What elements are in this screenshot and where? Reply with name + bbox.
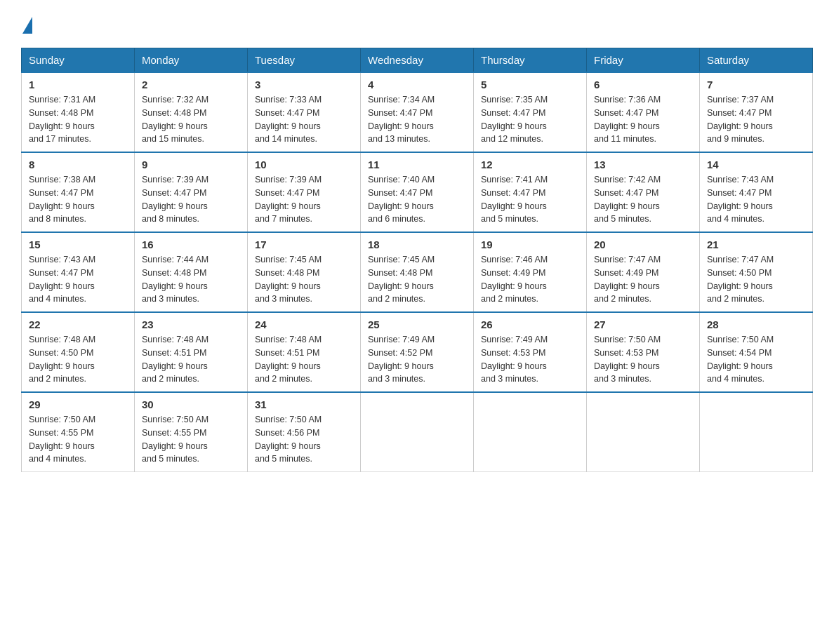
day-info: Sunrise: 7:48 AM Sunset: 4:51 PM Dayligh… [255,333,353,386]
calendar-day-cell [361,392,474,472]
calendar-week-row: 22 Sunrise: 7:48 AM Sunset: 4:50 PM Dayl… [22,312,813,392]
day-number: 19 [481,239,579,250]
calendar-day-cell: 25 Sunrise: 7:49 AM Sunset: 4:52 PM Dayl… [361,312,474,392]
day-of-week-header: Saturday [700,48,813,73]
day-number: 17 [255,239,353,250]
calendar-day-cell: 3 Sunrise: 7:33 AM Sunset: 4:47 PM Dayli… [248,72,361,152]
day-info: Sunrise: 7:38 AM Sunset: 4:47 PM Dayligh… [29,173,127,226]
day-number: 6 [594,79,692,90]
day-number: 2 [142,79,240,90]
day-info: Sunrise: 7:41 AM Sunset: 4:47 PM Dayligh… [481,173,579,226]
day-of-week-header: Wednesday [361,48,474,73]
day-info: Sunrise: 7:35 AM Sunset: 4:47 PM Dayligh… [481,93,579,146]
day-number: 29 [29,398,127,410]
day-of-week-header: Monday [135,48,248,73]
day-info: Sunrise: 7:42 AM Sunset: 4:47 PM Dayligh… [594,173,692,226]
calendar-day-cell [700,392,813,472]
calendar-day-cell: 6 Sunrise: 7:36 AM Sunset: 4:47 PM Dayli… [587,72,700,152]
page-header [21,14,813,34]
logo [21,14,32,34]
calendar-day-cell: 11 Sunrise: 7:40 AM Sunset: 4:47 PM Dayl… [361,152,474,232]
calendar-day-cell: 15 Sunrise: 7:43 AM Sunset: 4:47 PM Dayl… [22,232,135,312]
calendar-day-cell: 30 Sunrise: 7:50 AM Sunset: 4:55 PM Dayl… [135,392,248,472]
day-info: Sunrise: 7:45 AM Sunset: 4:48 PM Dayligh… [255,253,353,306]
day-number: 22 [29,318,127,330]
calendar-day-cell: 8 Sunrise: 7:38 AM Sunset: 4:47 PM Dayli… [22,152,135,232]
day-number: 11 [368,159,466,170]
calendar-day-cell: 26 Sunrise: 7:49 AM Sunset: 4:53 PM Dayl… [474,312,587,392]
calendar-week-row: 29 Sunrise: 7:50 AM Sunset: 4:55 PM Dayl… [22,392,813,472]
day-number: 26 [481,318,579,330]
day-info: Sunrise: 7:47 AM Sunset: 4:49 PM Dayligh… [594,253,692,306]
calendar-day-cell: 16 Sunrise: 7:44 AM Sunset: 4:48 PM Dayl… [135,232,248,312]
day-info: Sunrise: 7:31 AM Sunset: 4:48 PM Dayligh… [29,93,127,146]
day-number: 15 [29,239,127,250]
calendar-day-cell: 28 Sunrise: 7:50 AM Sunset: 4:54 PM Dayl… [700,312,813,392]
day-info: Sunrise: 7:49 AM Sunset: 4:53 PM Dayligh… [481,333,579,386]
day-number: 25 [368,318,466,330]
day-number: 21 [707,239,805,250]
day-info: Sunrise: 7:50 AM Sunset: 4:55 PM Dayligh… [142,413,240,466]
day-number: 12 [481,159,579,170]
day-number: 3 [255,79,353,90]
calendar-week-row: 1 Sunrise: 7:31 AM Sunset: 4:48 PM Dayli… [22,72,813,152]
day-info: Sunrise: 7:39 AM Sunset: 4:47 PM Dayligh… [255,173,353,226]
calendar-day-cell: 24 Sunrise: 7:48 AM Sunset: 4:51 PM Dayl… [248,312,361,392]
calendar-day-cell: 31 Sunrise: 7:50 AM Sunset: 4:56 PM Dayl… [248,392,361,472]
day-info: Sunrise: 7:39 AM Sunset: 4:47 PM Dayligh… [142,173,240,226]
day-info: Sunrise: 7:50 AM Sunset: 4:56 PM Dayligh… [255,413,353,466]
day-number: 16 [142,239,240,250]
day-info: Sunrise: 7:40 AM Sunset: 4:47 PM Dayligh… [368,173,466,226]
day-number: 8 [29,159,127,170]
day-info: Sunrise: 7:43 AM Sunset: 4:47 PM Dayligh… [707,173,805,226]
day-of-week-header: Sunday [22,48,135,73]
calendar-header-row: SundayMondayTuesdayWednesdayThursdayFrid… [22,48,813,73]
day-number: 10 [255,159,353,170]
day-number: 1 [29,79,127,90]
day-number: 5 [481,79,579,90]
calendar-day-cell: 29 Sunrise: 7:50 AM Sunset: 4:55 PM Dayl… [22,392,135,472]
day-info: Sunrise: 7:48 AM Sunset: 4:51 PM Dayligh… [142,333,240,386]
day-of-week-header: Tuesday [248,48,361,73]
day-number: 28 [707,318,805,330]
calendar-day-cell: 4 Sunrise: 7:34 AM Sunset: 4:47 PM Dayli… [361,72,474,152]
day-number: 31 [255,398,353,410]
calendar-day-cell: 18 Sunrise: 7:45 AM Sunset: 4:48 PM Dayl… [361,232,474,312]
calendar-day-cell: 10 Sunrise: 7:39 AM Sunset: 4:47 PM Dayl… [248,152,361,232]
day-number: 30 [142,398,240,410]
calendar-day-cell: 5 Sunrise: 7:35 AM Sunset: 4:47 PM Dayli… [474,72,587,152]
day-number: 24 [255,318,353,330]
day-info: Sunrise: 7:44 AM Sunset: 4:48 PM Dayligh… [142,253,240,306]
day-number: 23 [142,318,240,330]
day-info: Sunrise: 7:50 AM Sunset: 4:53 PM Dayligh… [594,333,692,386]
day-info: Sunrise: 7:50 AM Sunset: 4:55 PM Dayligh… [29,413,127,466]
day-info: Sunrise: 7:37 AM Sunset: 4:47 PM Dayligh… [707,93,805,146]
day-of-week-header: Thursday [474,48,587,73]
day-info: Sunrise: 7:33 AM Sunset: 4:47 PM Dayligh… [255,93,353,146]
calendar-day-cell: 21 Sunrise: 7:47 AM Sunset: 4:50 PM Dayl… [700,232,813,312]
calendar-day-cell: 23 Sunrise: 7:48 AM Sunset: 4:51 PM Dayl… [135,312,248,392]
calendar-day-cell: 7 Sunrise: 7:37 AM Sunset: 4:47 PM Dayli… [700,72,813,152]
calendar-day-cell: 13 Sunrise: 7:42 AM Sunset: 4:47 PM Dayl… [587,152,700,232]
calendar-week-row: 15 Sunrise: 7:43 AM Sunset: 4:47 PM Dayl… [22,232,813,312]
calendar-week-row: 8 Sunrise: 7:38 AM Sunset: 4:47 PM Dayli… [22,152,813,232]
day-number: 13 [594,159,692,170]
day-info: Sunrise: 7:45 AM Sunset: 4:48 PM Dayligh… [368,253,466,306]
calendar-day-cell: 12 Sunrise: 7:41 AM Sunset: 4:47 PM Dayl… [474,152,587,232]
day-number: 9 [142,159,240,170]
day-number: 7 [707,79,805,90]
calendar-day-cell [474,392,587,472]
calendar-day-cell: 1 Sunrise: 7:31 AM Sunset: 4:48 PM Dayli… [22,72,135,152]
calendar-day-cell: 20 Sunrise: 7:47 AM Sunset: 4:49 PM Dayl… [587,232,700,312]
day-number: 4 [368,79,466,90]
calendar-day-cell: 14 Sunrise: 7:43 AM Sunset: 4:47 PM Dayl… [700,152,813,232]
calendar-day-cell: 27 Sunrise: 7:50 AM Sunset: 4:53 PM Dayl… [587,312,700,392]
calendar-day-cell: 22 Sunrise: 7:48 AM Sunset: 4:50 PM Dayl… [22,312,135,392]
calendar-day-cell: 2 Sunrise: 7:32 AM Sunset: 4:48 PM Dayli… [135,72,248,152]
logo-arrow-icon [22,17,32,34]
day-info: Sunrise: 7:43 AM Sunset: 4:47 PM Dayligh… [29,253,127,306]
calendar-table: SundayMondayTuesdayWednesdayThursdayFrid… [21,48,813,472]
logo-block [21,14,32,34]
day-info: Sunrise: 7:49 AM Sunset: 4:52 PM Dayligh… [368,333,466,386]
day-number: 18 [368,239,466,250]
